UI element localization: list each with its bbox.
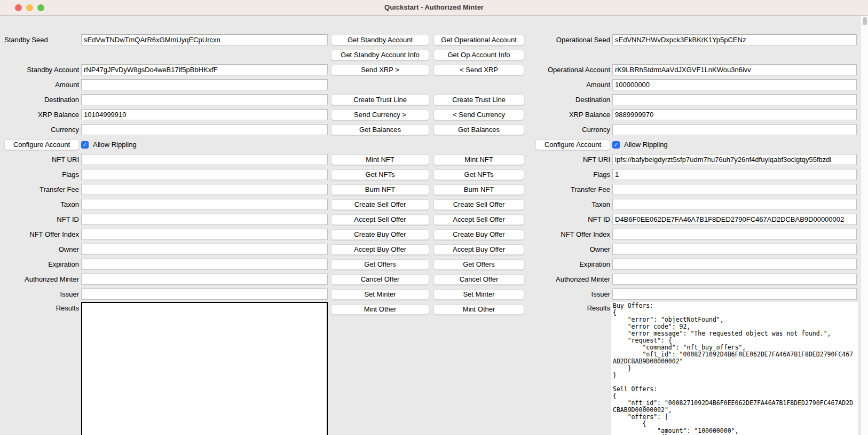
get-standby-account-button-standby[interactable]: Get Standby Account	[331, 35, 429, 45]
results-label-operational: Results	[528, 303, 610, 314]
get-operational-account-button-operational[interactable]: Get Operational Account	[433, 35, 524, 45]
accept-sell-offer-button-standby[interactable]: Accept Sell Offer	[331, 214, 429, 225]
nft-uri-field[interactable]	[81, 154, 328, 165]
nft-id-label: NFT ID	[528, 214, 610, 225]
owner-field[interactable]	[81, 244, 328, 255]
currency-label: Currency	[528, 125, 610, 135]
mint-other-button-operational[interactable]: Mint Other	[433, 304, 524, 315]
owner-label: Owner	[528, 244, 610, 255]
amount-field[interactable]	[612, 79, 857, 90]
issuer-label: Issuer	[0, 289, 79, 300]
flags-field[interactable]	[81, 169, 328, 180]
allow-rippling-checkbox-operational[interactable]: ✓	[612, 141, 620, 149]
accept-buy-offer-button-standby[interactable]: Accept Buy Offer	[331, 244, 429, 255]
nft-offer-index-label: NFT Offer Index	[0, 229, 79, 240]
flags-field[interactable]	[612, 169, 857, 180]
set-minter-button-operational[interactable]: Set Minter	[433, 289, 524, 300]
mint-nft-button-standby[interactable]: Mint NFT	[331, 154, 429, 165]
taxon-label: Taxon	[0, 199, 79, 210]
xrp-balance-field[interactable]	[81, 109, 328, 120]
nft-offer-index-field[interactable]	[612, 229, 857, 240]
burn-nft-button-operational[interactable]: Burn NFT	[433, 184, 524, 195]
taxon-field[interactable]	[612, 199, 857, 210]
get-nfts-button-operational[interactable]: Get NFTs	[433, 169, 524, 180]
authorized-minter-label: Authorized Minter	[528, 274, 610, 285]
nft-uri-field[interactable]	[612, 154, 857, 165]
create-buy-offer-button-standby[interactable]: Create Buy Offer	[331, 229, 429, 240]
standby-seed-field[interactable]	[81, 34, 328, 45]
get-offers-button-operational[interactable]: Get Offers	[433, 259, 524, 270]
burn-nft-button-standby[interactable]: Burn NFT	[331, 184, 429, 195]
create-trust-line-button-operational[interactable]: Create Trust Line	[433, 95, 524, 105]
nft-offer-index-field[interactable]	[81, 229, 328, 240]
operational-account-label: Operational Account	[528, 65, 610, 75]
mint-other-button-standby[interactable]: Mint Other	[331, 304, 429, 315]
standby-account-label: Standby Account	[0, 65, 79, 75]
checkmark-icon: ✓	[81, 141, 89, 149]
nft-uri-label: NFT URI	[528, 154, 610, 165]
operational-seed-field[interactable]	[612, 34, 857, 45]
set-minter-button-standby[interactable]: Set Minter	[331, 289, 429, 300]
create-sell-offer-button-operational[interactable]: Create Sell Offer	[433, 199, 524, 210]
xrp-balance-field[interactable]	[612, 109, 857, 120]
get-balances-button-standby[interactable]: Get Balances	[331, 125, 429, 135]
get-standby-account-info-button-standby[interactable]: Get Standby Account Info	[331, 50, 429, 60]
operational-results-area[interactable]: Buy Offers: { "error": "objectNotFound",…	[611, 302, 858, 435]
expiration-label: Expiration	[0, 259, 79, 270]
vertical-scrollbar[interactable]	[861, 15, 868, 435]
currency-field[interactable]	[612, 124, 857, 135]
main-content: Standby SeedOperational SeedStandby Acco…	[0, 15, 868, 435]
currency-field[interactable]	[81, 124, 328, 135]
issuer-field[interactable]	[612, 289, 857, 300]
owner-field[interactable]	[612, 244, 857, 255]
get-offers-button-standby[interactable]: Get Offers	[331, 259, 429, 270]
operational-account-field[interactable]	[612, 64, 857, 75]
standby-seed-label: Standby Seed	[0, 35, 83, 45]
xrp-balance-label: XRP Balance	[528, 110, 610, 120]
create-trust-line-button-standby[interactable]: Create Trust Line	[331, 95, 429, 105]
configure-account-button-operational[interactable]: Configure Account	[535, 139, 610, 150]
accept-buy-offer-button-operational[interactable]: Accept Buy Offer	[433, 244, 524, 255]
cancel-offer-button-standby[interactable]: Cancel Offer	[331, 274, 429, 285]
expiration-label: Expiration	[528, 259, 610, 270]
configure-account-button-standby[interactable]: Configure Account	[4, 139, 79, 150]
create-buy-offer-button-operational[interactable]: Create Buy Offer	[433, 229, 524, 240]
send-currency-button-standby[interactable]: Send Currency >	[331, 110, 429, 120]
accept-sell-offer-button-operational[interactable]: Accept Sell Offer	[433, 214, 524, 225]
mint-nft-button-operational[interactable]: Mint NFT	[433, 154, 524, 165]
results-label-standby: Results	[0, 303, 79, 314]
authorized-minter-label: Authorized Minter	[0, 274, 79, 285]
destination-label: Destination	[528, 95, 610, 105]
amount-field[interactable]	[81, 79, 328, 90]
owner-label: Owner	[0, 244, 79, 255]
scrollbar-thumb[interactable]	[863, 17, 867, 25]
send-currency-button-operational[interactable]: < Send Currency	[433, 110, 524, 120]
destination-label: Destination	[0, 95, 79, 105]
get-op-account-info-button-operational[interactable]: Get Op Account Info	[433, 50, 524, 60]
create-sell-offer-button-standby[interactable]: Create Sell Offer	[331, 199, 429, 210]
destination-field[interactable]	[81, 94, 328, 105]
expiration-field[interactable]	[612, 259, 857, 270]
transfer-fee-field[interactable]	[81, 184, 328, 195]
expiration-field[interactable]	[81, 259, 328, 270]
get-balances-button-operational[interactable]: Get Balances	[433, 125, 524, 135]
standby-account-field[interactable]	[81, 64, 328, 75]
nft-uri-label: NFT URI	[0, 154, 79, 165]
get-nfts-button-standby[interactable]: Get NFTs	[331, 169, 429, 180]
destination-field[interactable]	[612, 94, 857, 105]
allow-rippling-checkbox-standby[interactable]: ✓	[81, 141, 89, 149]
titlebar: Quickstart - Authorized Minter	[0, 0, 868, 15]
taxon-field[interactable]	[81, 199, 328, 210]
transfer-fee-field[interactable]	[612, 184, 857, 195]
send-xrp-button-standby[interactable]: Send XRP >	[331, 65, 429, 75]
authorized-minter-field[interactable]	[81, 274, 328, 285]
send-xrp-button-operational[interactable]: < Send XRP	[433, 65, 524, 75]
standby-results-area[interactable]	[81, 302, 328, 435]
window-title: Quickstart - Authorized Minter	[0, 0, 868, 15]
nft-id-field[interactable]	[612, 214, 857, 225]
issuer-field[interactable]	[81, 289, 328, 300]
authorized-minter-field[interactable]	[612, 274, 857, 285]
cancel-offer-button-operational[interactable]: Cancel Offer	[433, 274, 524, 285]
nft-id-field[interactable]	[81, 214, 328, 225]
operational-results-text: Buy Offers: { "error": "objectNotFound",…	[611, 302, 858, 435]
